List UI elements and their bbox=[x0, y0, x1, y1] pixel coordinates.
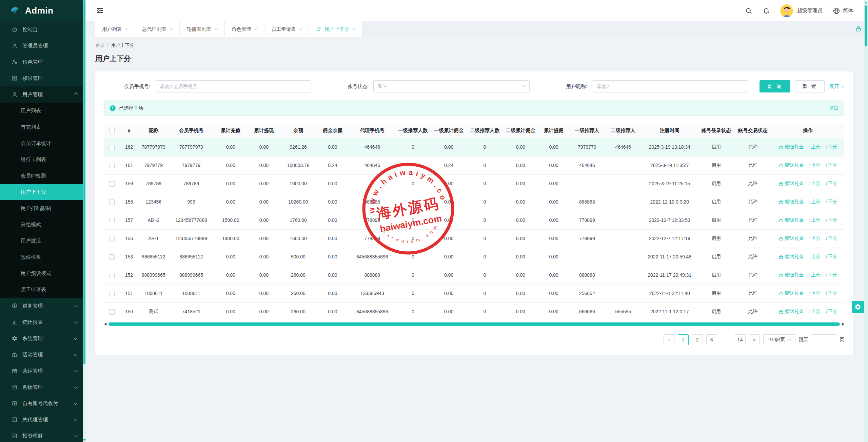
window-scrollbar[interactable] bbox=[864, 0, 868, 442]
sidebar-item[interactable]: 权限管理 bbox=[0, 70, 83, 86]
sidebar-subitem[interactable]: 银行卡列表 bbox=[0, 151, 83, 168]
logo[interactable]: Admin bbox=[0, 0, 86, 21]
gift-action-link[interactable]: 赠送礼金 bbox=[778, 181, 804, 187]
tab-close-icon[interactable]: × bbox=[299, 27, 302, 32]
sidebar-fold-icon[interactable] bbox=[96, 6, 105, 15]
tab-角色管理[interactable]: 角色管理× bbox=[225, 21, 264, 37]
sidebar-item[interactable]: 总代理管理 bbox=[0, 412, 83, 428]
gift-action-link[interactable]: 赠送礼金 bbox=[778, 272, 804, 278]
status-select[interactable]: 账号 bbox=[373, 80, 529, 92]
settings-gear-icon[interactable] bbox=[852, 301, 864, 313]
sidebar-scrollbar-arrow-down-icon[interactable] bbox=[83, 439, 86, 441]
sidebar-subitem[interactable]: 用户列表 bbox=[0, 103, 83, 119]
tab-close-icon[interactable]: × bbox=[125, 27, 128, 32]
sidebar-item[interactable]: 营运管理 bbox=[0, 363, 83, 379]
scroll-right-arrow-icon[interactable] bbox=[842, 322, 844, 326]
tab-用户列表[interactable]: 用户列表× bbox=[95, 21, 135, 37]
page-button-3[interactable]: 3 bbox=[706, 334, 717, 345]
tab-总代理列表[interactable]: 总代理列表× bbox=[135, 21, 179, 37]
search-icon[interactable] bbox=[745, 7, 752, 15]
sidebar-subitem[interactable]: 首充列表 bbox=[0, 119, 83, 135]
jump-page-input[interactable] bbox=[812, 334, 836, 345]
sidebar-item[interactable]: 用户管理 bbox=[0, 86, 83, 103]
deduct-score-link[interactable]: ↓下分 bbox=[825, 199, 837, 205]
gift-action-link[interactable]: 赠送礼金 bbox=[778, 162, 804, 168]
select-all-checkbox[interactable] bbox=[109, 128, 115, 133]
sidebar-scrollbar-thumb[interactable] bbox=[83, 0, 85, 364]
add-score-link[interactable]: ↑上分 bbox=[809, 217, 821, 223]
gift-action-link[interactable]: 赠送礼金 bbox=[778, 217, 804, 223]
clear-selection-link[interactable]: 清空 bbox=[829, 105, 839, 111]
add-score-link[interactable]: ↑上分 bbox=[809, 272, 821, 278]
row-checkbox[interactable] bbox=[109, 218, 115, 223]
row-checkbox[interactable] bbox=[109, 254, 115, 260]
sidebar-item[interactable]: 投资理财 bbox=[0, 428, 83, 442]
tab-close-icon[interactable]: × bbox=[170, 27, 173, 32]
sidebar-item[interactable]: 购物管理 bbox=[0, 379, 83, 395]
notification-bell-icon[interactable] bbox=[763, 7, 770, 15]
page-button-2[interactable]: 2 bbox=[692, 334, 703, 345]
sidebar-subitem[interactable]: 会员IP检测 bbox=[0, 168, 83, 184]
prev-page-button[interactable]: < bbox=[664, 334, 674, 345]
page-size-select[interactable]: 10 条/页 bbox=[763, 334, 795, 345]
add-score-link[interactable]: ↑上分 bbox=[809, 290, 821, 296]
nickname-input[interactable] bbox=[592, 80, 748, 92]
add-score-link[interactable]: ↑上分 bbox=[809, 199, 821, 205]
deduct-score-link[interactable]: ↓下分 bbox=[825, 181, 837, 187]
gift-action-link[interactable]: 赠送礼金 bbox=[778, 309, 804, 315]
page-button-14[interactable]: 14 bbox=[735, 334, 746, 345]
add-score-link[interactable]: ↑上分 bbox=[809, 144, 821, 150]
scrollbar-up-arrow-icon[interactable] bbox=[865, 1, 867, 3]
deduct-score-link[interactable]: ↓下分 bbox=[825, 309, 837, 315]
tab-close-icon[interactable]: × bbox=[215, 27, 217, 32]
refresh-icon[interactable] bbox=[316, 27, 321, 32]
sidebar-item[interactable]: 财务管理 bbox=[0, 298, 83, 314]
search-button[interactable]: 查 询 bbox=[760, 80, 790, 92]
gift-action-link[interactable]: 赠送礼金 bbox=[778, 290, 804, 296]
breadcrumb-home[interactable]: 首页 bbox=[95, 42, 104, 48]
tab-轮播图列表[interactable]: 轮播图列表× bbox=[180, 21, 224, 37]
sidebar-item[interactable]: 控制台 bbox=[0, 21, 83, 38]
deduct-score-link[interactable]: ↓下分 bbox=[825, 144, 837, 150]
row-checkbox[interactable] bbox=[109, 291, 115, 296]
gift-action-link[interactable]: 赠送礼金 bbox=[778, 144, 804, 150]
add-score-link[interactable]: ↑上分 bbox=[809, 181, 821, 187]
row-checkbox[interactable] bbox=[109, 145, 115, 150]
deduct-score-link[interactable]: ↓下分 bbox=[825, 254, 837, 260]
window-scrollbar-thumb[interactable] bbox=[865, 5, 867, 46]
gift-action-link[interactable]: 赠送礼金 bbox=[778, 199, 804, 205]
next-page-button[interactable]: > bbox=[749, 334, 760, 345]
row-checkbox[interactable] bbox=[109, 199, 115, 205]
row-checkbox[interactable] bbox=[109, 163, 115, 168]
reset-button[interactable]: 重 置 bbox=[795, 80, 825, 92]
tab-close-icon[interactable]: × bbox=[353, 27, 355, 32]
deduct-score-link[interactable]: ↓下分 bbox=[825, 217, 837, 223]
add-score-link[interactable]: ↑上分 bbox=[809, 254, 821, 260]
sidebar-item[interactable]: 角色管理 bbox=[0, 54, 83, 70]
sidebar-item[interactable]: 活动管理 bbox=[0, 346, 83, 363]
page-button-1[interactable]: 1 bbox=[678, 334, 689, 345]
tab-用户上下分[interactable]: 用户上下分× bbox=[309, 21, 362, 37]
sidebar-subitem[interactable]: 用户激活 bbox=[0, 233, 83, 249]
tab-close-icon[interactable]: × bbox=[255, 27, 257, 32]
deduct-score-link[interactable]: ↓下分 bbox=[825, 162, 837, 168]
deduct-score-link[interactable]: ↓下分 bbox=[825, 235, 837, 241]
row-checkbox[interactable] bbox=[109, 273, 115, 278]
sidebar-subitem[interactable]: 用户打码限制 bbox=[0, 200, 83, 216]
row-checkbox[interactable] bbox=[109, 236, 115, 241]
gift-action-link[interactable]: 赠送礼金 bbox=[778, 235, 804, 241]
sidebar-subitem[interactable]: 员工申请表 bbox=[0, 281, 83, 298]
sidebar-item[interactable]: 管理员管理 bbox=[0, 38, 83, 54]
sidebar-subitem[interactable]: 预设模板 bbox=[0, 249, 83, 265]
deduct-score-link[interactable]: ↓下分 bbox=[825, 290, 837, 296]
gift-action-link[interactable]: 赠送礼金 bbox=[778, 254, 804, 260]
sidebar-item[interactable]: 自有账号代收付 bbox=[0, 395, 83, 412]
tab-员工申请表[interactable]: 员工申请表× bbox=[264, 21, 309, 37]
sidebar-scrollbar[interactable] bbox=[83, 0, 86, 442]
expand-link[interactable]: 展开 bbox=[829, 83, 844, 90]
add-score-link[interactable]: ↑上分 bbox=[809, 309, 821, 315]
language-switch[interactable]: 简体 bbox=[833, 7, 853, 15]
table-horizontal-scrollbar[interactable] bbox=[104, 322, 844, 326]
row-checkbox[interactable] bbox=[109, 309, 115, 315]
sidebar-subitem[interactable]: 会员订单统计 bbox=[0, 135, 83, 151]
